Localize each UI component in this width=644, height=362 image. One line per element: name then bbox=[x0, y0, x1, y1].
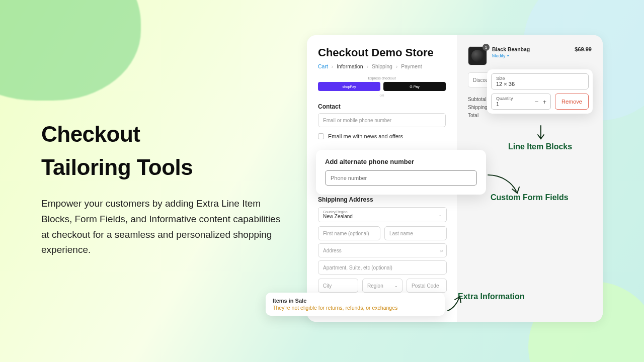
crumb-shipping[interactable]: Shipping bbox=[372, 63, 392, 69]
address-input[interactable] bbox=[318, 243, 447, 257]
last-name-input[interactable] bbox=[384, 226, 447, 240]
sale-subtext: They're not eligible for returns, refund… bbox=[273, 305, 438, 311]
search-icon: ⌕ bbox=[440, 248, 443, 253]
chevron-down-icon: ⌄ bbox=[394, 284, 398, 288]
feature-label-line-blocks: Line Item Blocks bbox=[508, 142, 572, 151]
product-price: $69.99 bbox=[575, 46, 592, 52]
first-name-input[interactable] bbox=[318, 226, 380, 240]
contact-heading: Contact bbox=[318, 103, 446, 110]
shop-pay-button[interactable]: shopPay bbox=[318, 82, 380, 91]
chevron-down-icon: ⌄ bbox=[439, 213, 442, 217]
total-label: Total bbox=[468, 113, 592, 121]
shipping-section: Shippinng Address Country/Region New Zea… bbox=[318, 196, 447, 293]
alt-phone-input[interactable] bbox=[325, 170, 477, 186]
minus-icon[interactable]: − bbox=[535, 98, 539, 106]
crumb-payment[interactable]: Payment bbox=[401, 63, 422, 69]
newsletter-checkbox[interactable] bbox=[318, 133, 324, 139]
hero-title: Checkout Tailoring Tools bbox=[41, 118, 288, 184]
apartment-input[interactable] bbox=[318, 260, 447, 275]
shipping-heading: Shippinng Address bbox=[318, 196, 447, 203]
postal-input[interactable] bbox=[407, 279, 447, 293]
breadcrumb: Cart › Information › Shipping › Payment bbox=[318, 63, 446, 69]
google-pay-button[interactable]: G Pay bbox=[383, 82, 446, 91]
divider-or: OR bbox=[318, 94, 446, 97]
sale-heading: Items in Sale bbox=[273, 298, 438, 304]
line-item-panel: Size 12 × 36 Quantity 1 − + Remove bbox=[487, 69, 593, 114]
country-select[interactable]: Country/Region New Zealand ⌄ bbox=[318, 207, 447, 222]
contact-input[interactable] bbox=[318, 113, 446, 127]
alt-phone-title: Add alternate phone number bbox=[325, 158, 477, 165]
chevron-down-icon: ▾ bbox=[507, 54, 509, 58]
arrow-icon bbox=[446, 296, 464, 314]
quantity-field[interactable]: Quantity 1 − + bbox=[491, 94, 551, 110]
arrow-icon bbox=[487, 173, 522, 195]
store-title: Checkout Demo Store bbox=[318, 46, 446, 59]
hero-copy: Checkout Tailoring Tools Empower your cu… bbox=[41, 118, 288, 258]
alt-phone-card: Add alternate phone number bbox=[316, 150, 486, 195]
crumb-cart[interactable]: Cart bbox=[318, 63, 328, 69]
feature-label-extra-info: Extra Information bbox=[458, 292, 524, 301]
product-name: Black Beanbag bbox=[492, 46, 530, 52]
size-field[interactable]: Size 12 × 36 bbox=[491, 73, 589, 89]
newsletter-label: Email me with news and offers bbox=[328, 133, 403, 139]
qty-badge: 1 bbox=[482, 44, 490, 51]
city-input[interactable] bbox=[318, 279, 358, 293]
remove-button[interactable]: Remove bbox=[555, 94, 589, 110]
modify-link[interactable]: Modify ▾ bbox=[492, 53, 509, 58]
plus-icon[interactable]: + bbox=[542, 98, 546, 106]
bg-blob bbox=[0, 0, 141, 101]
arrow-icon bbox=[536, 125, 546, 142]
express-checkout-label: Express checkout bbox=[318, 76, 446, 80]
hero-description: Empower your customers by adding Extra L… bbox=[41, 196, 288, 258]
crumb-information[interactable]: Information bbox=[337, 63, 363, 69]
region-select[interactable]: Region ⌄ bbox=[362, 279, 403, 293]
sale-info-card: Items in Sale They're not eligible for r… bbox=[266, 293, 445, 316]
product-thumbnail: 1 bbox=[468, 46, 487, 65]
